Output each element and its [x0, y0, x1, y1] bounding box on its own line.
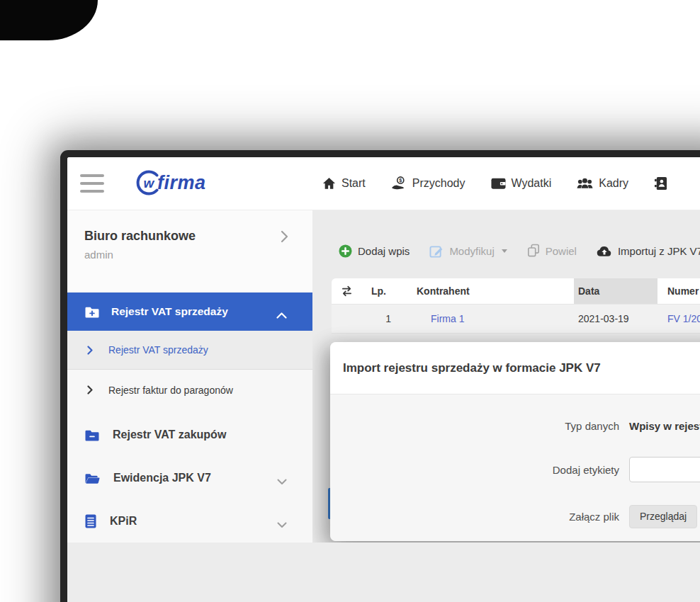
modal-body: Typ danych Wpisy w rejestrze Dodaj etyki…: [330, 394, 700, 541]
sidebar-subitem-rejestr-faktur[interactable]: Rejestr faktur do paragonów: [67, 370, 312, 410]
sidebar-item-rejestr-vat-sprzedazy[interactable]: Rejestr VAT sprzedaży: [67, 293, 312, 331]
folder-minus-icon: [84, 428, 100, 442]
wallet-icon: [491, 177, 506, 190]
col-header-numer[interactable]: Numer: [657, 285, 700, 297]
app-body: Biuro rachunkowe admin Rejestr VAT sprze…: [67, 210, 700, 543]
sidebar-item-label: Rejestr VAT sprzedaży: [111, 305, 228, 318]
zalacz-plik-label: Załącz plik: [330, 511, 619, 523]
swap-icon[interactable]: [332, 285, 363, 297]
user-name: admin: [84, 249, 295, 261]
folder-plus-icon: [84, 305, 100, 319]
app-footer: [67, 543, 700, 602]
sidebar-item-rejestr-vat-zakupow[interactable]: Rejestr VAT zakupów: [67, 416, 312, 453]
book-icon: [84, 514, 97, 528]
cell-data: 2021-03-19: [574, 305, 657, 333]
decorative-corner-shape: [0, 0, 98, 40]
table-row[interactable]: 1 Firma 1 2021-03-19 FV 1/20: [332, 305, 700, 334]
cloud-upload-icon: [597, 245, 612, 257]
import-modal: Import rejestru sprzedaży w formacie JPK…: [330, 342, 700, 541]
modal-header: Import rejestru sprzedaży w formacie JPK…: [330, 342, 700, 394]
sidebar-account-header[interactable]: Biuro rachunkowe admin: [67, 210, 312, 291]
chevron-right-icon: [281, 230, 288, 246]
plus-circle-icon: [339, 244, 352, 258]
sidebar-subitem-rejestr-vat-sprzedazy[interactable]: Rejestr VAT sprzedaży: [67, 331, 312, 370]
wfirma-logo[interactable]: w firma: [135, 169, 206, 197]
nav-item-przychody[interactable]: $ Przychody: [391, 176, 465, 191]
nav-item-crm-partial[interactable]: [654, 176, 667, 191]
nav-item-kadry[interactable]: Kadry: [577, 177, 628, 190]
col-header-data[interactable]: Data: [574, 278, 657, 304]
sidebar-item-ewidencja-jpk[interactable]: Ewidencja JPK V7: [67, 460, 312, 496]
browse-button[interactable]: Przeglądaj: [629, 505, 697, 528]
field-typ-danych: Typ danych Wpisy w rejestrze: [330, 411, 700, 440]
logo-text: firma: [157, 172, 206, 194]
toolbar: Dodaj wpis Modyfikuj: [339, 244, 700, 258]
chevron-down-icon: [277, 518, 287, 531]
address-book-icon: [654, 176, 667, 191]
chevron-right-icon: [87, 385, 93, 394]
col-header-lp[interactable]: Lp.: [363, 285, 394, 297]
numer-link[interactable]: FV 1/20: [667, 313, 700, 324]
svg-text:$: $: [399, 177, 402, 183]
app-window: w firma Start $ Przychody: [67, 157, 700, 602]
main-content: Dodaj wpis Modyfikuj: [312, 210, 700, 543]
typ-danych-value: Wpisy w rejestrze: [629, 420, 700, 432]
window-frame: w firma Start $ Przychody: [60, 150, 700, 602]
chevron-down-icon: [277, 475, 287, 488]
sidebar: Biuro rachunkowe admin Rejestr VAT sprze…: [67, 210, 312, 543]
sidebar-item-kpir[interactable]: KPiR: [67, 503, 312, 540]
copy-icon: [527, 244, 540, 258]
modify-button[interactable]: Modyfikuj: [429, 244, 507, 258]
add-entry-button[interactable]: Dodaj wpis: [339, 244, 410, 258]
import-jpk-button[interactable]: Importuj z JPK V7: [597, 245, 700, 257]
etykiety-input[interactable]: [629, 457, 700, 482]
nav-item-start[interactable]: Start: [322, 177, 366, 190]
main-nav: Start $ Przychody Wydat: [322, 157, 667, 210]
nav-item-wydatki[interactable]: Wydatki: [491, 177, 552, 190]
entries-table: Lp. Kontrahent Data Numer 1 Firma 1 2021…: [332, 278, 700, 334]
hamburger-menu-icon[interactable]: [80, 174, 104, 193]
app-header: w firma Start $ Przychody: [67, 157, 700, 210]
kontrahent-link[interactable]: Firma 1: [431, 313, 464, 324]
etykiety-label: Dodaj etykiety: [330, 464, 619, 476]
chevron-up-icon: [276, 309, 287, 322]
col-header-kontrahent[interactable]: Kontrahent: [394, 285, 574, 297]
users-icon: [577, 177, 593, 190]
duplicate-button[interactable]: Powiel: [527, 244, 577, 258]
chevron-right-icon: [87, 346, 93, 355]
field-etykiety: Dodaj etykiety: [330, 455, 700, 484]
home-icon: [322, 177, 336, 190]
table-header-row: Lp. Kontrahent Data Numer: [332, 278, 700, 305]
pencil-square-icon: [429, 244, 444, 258]
field-zalacz-plik: Załącz plik Przeglądaj: [330, 502, 700, 530]
caret-down-icon: [502, 249, 507, 253]
company-name: Biuro rachunkowe: [84, 229, 295, 244]
hand-coin-icon: $: [391, 176, 407, 191]
typ-danych-label: Typ danych: [330, 420, 619, 432]
page: { "header": { "logo": { "w": "w", "rest"…: [0, 0, 700, 602]
cell-lp: 1: [363, 313, 394, 324]
modal-title: Import rejestru sprzedaży w formacie JPK…: [343, 361, 601, 375]
folder-open-icon: [84, 472, 101, 485]
svg-text:w: w: [144, 176, 155, 191]
